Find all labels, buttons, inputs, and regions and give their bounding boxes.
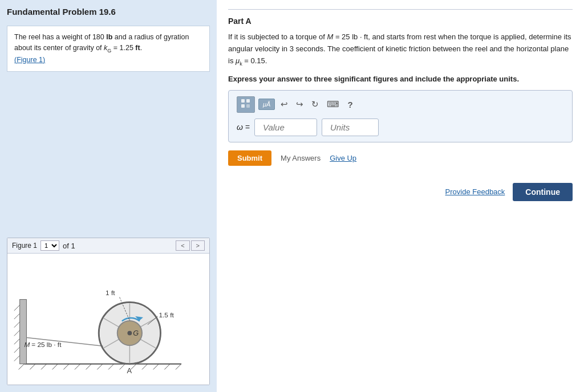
svg-line-4: [41, 364, 47, 370]
svg-rect-42: [241, 99, 245, 103]
svg-line-2: [19, 364, 25, 370]
svg-line-3: [30, 364, 35, 370]
problem-text: If it is subjected to a torque of M = 25…: [228, 31, 573, 68]
svg-line-19: [14, 313, 20, 319]
svg-line-6: [63, 364, 69, 370]
svg-line-7: [75, 364, 80, 370]
right-panel: Part A If it is subjected to a torque of…: [217, 0, 584, 392]
figure-prev-button[interactable]: <: [176, 240, 189, 251]
left-panel: Fundamental Problem 19.6 The reel has a …: [0, 0, 217, 392]
figure-link[interactable]: (Figure 1): [14, 56, 45, 64]
svg-text:M: M: [25, 341, 30, 349]
svg-line-15: [164, 364, 170, 370]
units-input[interactable]: [322, 119, 379, 136]
redo-button[interactable]: ↪: [294, 98, 306, 111]
svg-line-13: [142, 364, 148, 370]
description-text: The reel has a weight of 180 lb and a ra…: [14, 33, 189, 52]
figure-body: G A 1 ft 1.5 ft M = 25 lb · ft: [7, 254, 209, 385]
svg-line-9: [97, 364, 103, 370]
answer-box: μÅ ↩ ↪ ↻ ⌨ ? ω =: [228, 90, 573, 142]
figure-of-label: of 1: [63, 242, 75, 250]
omega-label: ω =: [237, 122, 250, 132]
my-answers-label: My Answers: [281, 154, 321, 162]
submit-button[interactable]: Submit: [228, 150, 271, 166]
svg-line-16: [176, 364, 181, 370]
answer-row: ω =: [237, 119, 564, 136]
svg-line-8: [86, 364, 92, 370]
figure-header: Figure 1 1 of 1 < >: [7, 238, 209, 254]
continue-button[interactable]: Continue: [513, 183, 573, 201]
svg-line-22: [14, 338, 20, 344]
svg-rect-43: [246, 99, 250, 103]
problem-title: Fundamental Problem 19.6: [7, 7, 210, 17]
value-input[interactable]: [254, 119, 317, 136]
express-instruction: Express your answer to three significant…: [228, 75, 573, 83]
svg-line-11: [120, 364, 125, 370]
refresh-button[interactable]: ↻: [309, 98, 321, 111]
svg-text:A: A: [127, 366, 132, 375]
svg-text:= 25 lb · ft: = 25 lb · ft: [31, 341, 62, 349]
top-separator: [228, 9, 573, 10]
svg-line-10: [108, 364, 114, 370]
svg-point-32: [127, 331, 132, 336]
keyboard-button[interactable]: ⌨: [325, 98, 342, 111]
svg-line-14: [153, 364, 159, 370]
svg-line-24: [14, 356, 20, 361]
svg-text:1 ft: 1 ft: [106, 289, 115, 297]
part-label: Part A: [228, 17, 573, 26]
undo-button[interactable]: ↩: [278, 98, 290, 111]
svg-rect-44: [241, 104, 245, 108]
matrix-button[interactable]: [237, 96, 255, 113]
svg-line-21: [14, 330, 20, 336]
svg-text:G: G: [133, 329, 139, 338]
svg-line-18: [14, 305, 20, 311]
bottom-row: Provide Feedback Continue: [228, 183, 573, 201]
help-button[interactable]: ?: [345, 99, 355, 111]
figure-svg: G A 1 ft 1.5 ft M = 25 lb · ft: [7, 254, 209, 385]
svg-line-23: [14, 347, 20, 353]
answer-toolbar: μÅ ↩ ↪ ↻ ⌨ ?: [237, 96, 564, 113]
svg-rect-17: [20, 300, 27, 364]
figure-panel: Figure 1 1 of 1 < >: [7, 238, 210, 385]
svg-text:1.5 ft: 1.5 ft: [159, 311, 175, 319]
figure-select[interactable]: 1: [40, 240, 59, 251]
svg-line-20: [14, 322, 20, 328]
figure-label: Figure 1: [12, 242, 37, 250]
svg-rect-45: [246, 104, 250, 108]
provide-feedback-link[interactable]: Provide Feedback: [445, 187, 505, 196]
mu-button[interactable]: μÅ: [258, 99, 275, 110]
figure-next-button[interactable]: >: [191, 240, 205, 251]
give-up-link[interactable]: Give Up: [330, 154, 356, 162]
submit-row: Submit My Answers Give Up: [228, 150, 573, 166]
svg-line-5: [52, 364, 58, 370]
problem-description: The reel has a weight of 180 lb and a ra…: [7, 26, 210, 72]
